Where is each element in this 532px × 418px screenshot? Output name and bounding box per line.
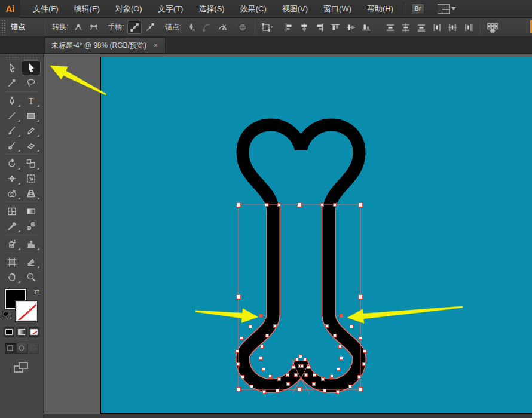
eraser-tool[interactable]: [22, 138, 41, 153]
isolate-object-button[interactable]: [236, 21, 250, 34]
divider: [45, 21, 45, 34]
remove-anchor-button[interactable]: [184, 21, 198, 34]
document-title: 未标题-4* @ 98% (RGB/预览): [51, 41, 146, 51]
scale-tool[interactable]: [22, 156, 41, 171]
dist-v-top-button[interactable]: [383, 21, 398, 34]
none-button[interactable]: [29, 327, 39, 337]
flyout-indicator: [18, 105, 20, 107]
menu-item-view[interactable]: 视图(V): [274, 0, 316, 17]
transform-grid-button[interactable]: [485, 21, 500, 34]
slice-tool[interactable]: [22, 254, 41, 269]
dist-h-center-button[interactable]: [445, 21, 460, 34]
convert-to-smooth-button[interactable]: [87, 21, 101, 34]
free-transform-tool[interactable]: [22, 171, 41, 186]
menu-item-window[interactable]: 窗口(W): [316, 0, 359, 17]
paintbrush-tool[interactable]: [2, 123, 22, 138]
menu-item-object[interactable]: 对象(O): [108, 0, 150, 17]
type-tool[interactable]: T: [22, 93, 41, 108]
flyout-indicator: [37, 149, 39, 152]
gradient-button[interactable]: [16, 327, 27, 337]
convert-to-corner-button[interactable]: [71, 21, 85, 34]
align-v-bottom-button[interactable]: [359, 21, 374, 34]
mesh-tool[interactable]: [2, 204, 22, 219]
artboard[interactable]: [100, 57, 532, 414]
blend-tool[interactable]: [22, 219, 41, 233]
change-screen-mode-icon[interactable]: [14, 362, 29, 374]
hide-handles-button[interactable]: [143, 21, 157, 34]
perspective-grid-tool[interactable]: [22, 186, 41, 201]
panel-gripper[interactable]: [1, 20, 6, 35]
selection-tool[interactable]: [2, 60, 22, 75]
hand-tool[interactable]: [2, 269, 22, 284]
line-segment-tool[interactable]: [2, 108, 22, 123]
dist-h-right-button[interactable]: [461, 21, 475, 34]
align-v-center-button[interactable]: [344, 21, 358, 34]
svg-text:T: T: [28, 96, 33, 106]
divider: [255, 21, 255, 34]
flyout-indicator: [18, 182, 20, 185]
align-h-left-button[interactable]: [282, 21, 296, 34]
dist-v-bottom-button[interactable]: [414, 21, 429, 34]
handles-label: 手柄:: [108, 22, 124, 32]
flyout-indicator: [37, 167, 39, 170]
tool-divider: [5, 253, 38, 253]
magic-wand-tool[interactable]: [2, 75, 22, 90]
zoom-tool[interactable]: [22, 269, 41, 284]
flyout-indicator: [18, 230, 20, 232]
align-h-center-button[interactable]: [297, 21, 311, 34]
align-h-right-button[interactable]: [313, 21, 327, 34]
lasso-tool[interactable]: [22, 75, 41, 90]
blob-brush-tool[interactable]: [2, 138, 22, 153]
tools-panel: T ⇄: [0, 54, 44, 418]
draw-inside-button[interactable]: [27, 343, 39, 354]
gradient-tool[interactable]: [22, 204, 41, 219]
flyout-indicator: [18, 119, 20, 122]
align-v-top-button[interactable]: [328, 21, 343, 34]
menu-item-select[interactable]: 选择(S): [191, 0, 232, 17]
width-tool[interactable]: [2, 171, 22, 186]
flyout-indicator: [18, 197, 20, 199]
menu-bar: Ai 文件(F)编辑(E)对象(O)文字(T)选择(S)效果(C)视图(V)窗口…: [0, 0, 532, 18]
document-tab-bar: 未标题-4* @ 98% (RGB/预览) ×: [0, 37, 532, 54]
connect-anchors-button[interactable]: [200, 21, 214, 34]
pencil-tool[interactable]: [22, 123, 41, 138]
stroke-color-swatch[interactable]: [16, 301, 37, 321]
direct-selection-tool[interactable]: [22, 60, 41, 75]
dist-v-center-button[interactable]: [399, 21, 413, 34]
symbol-sprayer-tool[interactable]: [2, 236, 22, 251]
anchors-label: 锚点:: [165, 22, 181, 32]
pen-tool[interactable]: [2, 93, 22, 108]
fill-stroke-controls: ⇄: [2, 288, 41, 322]
rotate-tool[interactable]: [2, 156, 22, 171]
menu-item-effect[interactable]: 效果(C): [233, 0, 274, 17]
panel-gripper[interactable]: [6, 55, 37, 60]
eyedropper-tool[interactable]: [2, 219, 22, 233]
tool-divider: [5, 154, 38, 155]
menu-item-file[interactable]: 文件(F): [25, 0, 66, 17]
swap-fill-stroke-icon[interactable]: ⇄: [34, 288, 39, 296]
canvas-area[interactable]: [44, 54, 532, 418]
rectangle-tool[interactable]: [22, 108, 41, 123]
dist-h-left-button[interactable]: [430, 21, 444, 34]
document-tab[interactable]: 未标题-4* @ 98% (RGB/预览) ×: [45, 37, 166, 53]
draw-behind-button[interactable]: [16, 343, 27, 354]
draw-normal-button[interactable]: [5, 343, 16, 354]
menu-items: 文件(F)编辑(E)对象(O)文字(T)选择(S)效果(C)视图(V)窗口(W)…: [25, 0, 401, 17]
default-fill-stroke-icon[interactable]: [4, 312, 11, 319]
align-to-selection-button[interactable]: [260, 21, 274, 34]
shape-builder-tool[interactable]: [2, 186, 22, 201]
menu-item-help[interactable]: 帮助(H): [359, 0, 401, 17]
color-button[interactable]: [4, 327, 14, 337]
flyout-indicator: [18, 281, 20, 283]
menu-item-type[interactable]: 文字(T): [150, 0, 191, 17]
flyout-indicator: [18, 167, 20, 170]
bridge-button[interactable]: Br: [411, 4, 424, 14]
close-tab-icon[interactable]: ×: [152, 41, 159, 50]
show-handles-button[interactable]: [127, 21, 142, 34]
menu-item-edit[interactable]: 编辑(E): [66, 0, 108, 17]
arrange-documents-button[interactable]: [438, 4, 456, 14]
column-graph-tool[interactable]: [22, 236, 41, 251]
flyout-indicator: [37, 105, 39, 107]
cut-path-at-anchor-button[interactable]: [215, 21, 230, 34]
artboard-tool[interactable]: [2, 254, 22, 269]
